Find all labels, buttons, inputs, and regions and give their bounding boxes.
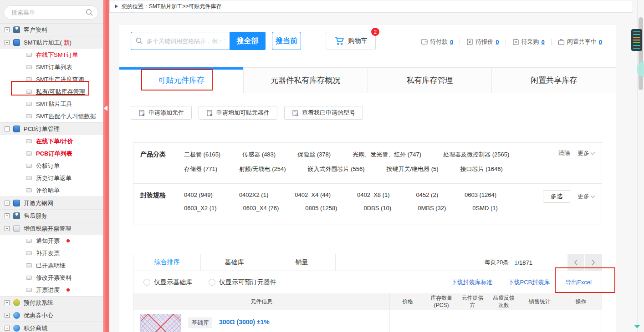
- package-link[interactable]: 0402X2 (1): [239, 191, 268, 198]
- pending-payment-link[interactable]: 待付款 0: [421, 38, 453, 46]
- category-link[interactable]: 接口芯片 (1646): [460, 165, 503, 173]
- clear-filter-button[interactable]: 清除: [558, 149, 570, 157]
- package-link[interactable]: 0603 (1264): [465, 191, 496, 198]
- sidebar-item-private-stock-mgmt[interactable]: 私有/可贴库存管理: [0, 86, 103, 98]
- pcb-submenu: 在线下单/计价 PCB订单列表 公板订单 历史订单返单 评价晒单: [0, 135, 103, 196]
- sidebar-item-notify-invoice[interactable]: 通知开票: [0, 235, 103, 247]
- category-link[interactable]: 按键开关/继电器 (5): [387, 165, 439, 173]
- scrollbar-thumb[interactable]: [639, 17, 643, 90]
- export-excel-link[interactable]: 导出Excel: [565, 278, 592, 287]
- apply-add-component-button[interactable]: 申请添加元件: [131, 106, 192, 120]
- search-input-group[interactable]: [131, 32, 230, 50]
- sidebar-item-invoice-progress[interactable]: 开票进度: [0, 284, 103, 296]
- expand-plus-icon[interactable]: [5, 313, 10, 318]
- download-package-standard-link[interactable]: 下载封装库标准: [451, 278, 492, 287]
- sidebar-group-invoice[interactable]: 增值税票开票管理: [0, 222, 103, 235]
- sidebar-item-public-board-orders[interactable]: 公板订单: [0, 160, 103, 172]
- browser-extension-widget[interactable]: [631, 29, 642, 51]
- cart-button[interactable]: 购物车 2: [326, 32, 376, 50]
- apply-add-mountable-button[interactable]: 申请增加可贴元器件: [199, 106, 277, 120]
- multi-select-button[interactable]: 多选: [543, 190, 570, 203]
- more-packages-button[interactable]: 更多: [578, 192, 594, 201]
- sidebar-item-review-share[interactable]: 评价晒单: [0, 184, 103, 196]
- status-links: 待付款 0 待报价 0 待采购 0: [421, 38, 602, 46]
- category-link[interactable]: 传感器 (483): [242, 151, 276, 159]
- package-link[interactable]: 0402 (949): [184, 191, 213, 198]
- sidebar-item-smt-progress[interactable]: SMT生产进度查询: [0, 73, 103, 86]
- sidebar-group-coupon-center[interactable]: 优惠券中心: [0, 309, 103, 322]
- radio-icon[interactable]: [209, 279, 215, 286]
- breadcrumb-arrow-icon: [115, 5, 118, 8]
- component-title-link[interactable]: 300Ω (3000) ±1%: [219, 318, 270, 326]
- package-link[interactable]: 0SMD (1): [472, 205, 498, 211]
- prev-page-button[interactable]: [567, 254, 584, 271]
- next-page-button[interactable]: [585, 254, 602, 271]
- view-applied-models-button[interactable]: 查看我已申请的型号: [284, 106, 363, 120]
- more-categories-button[interactable]: 更多: [578, 149, 594, 157]
- scroll-down-icon[interactable]: [634, 325, 640, 328]
- package-link[interactable]: 0452 (2): [416, 191, 438, 198]
- category-link[interactable]: 光耦、发光管、红外 (747): [353, 151, 421, 159]
- expand-plus-icon[interactable]: [5, 300, 10, 305]
- inventory-tabs: 可贴元件库存 元器件私有库存概况 私有库存管理 闲置共享库存: [119, 67, 616, 93]
- expand-plus-icon[interactable]: [5, 213, 10, 218]
- sidebar-search[interactable]: [4, 5, 98, 20]
- component-search-input[interactable]: [146, 37, 226, 45]
- sort-tab-comprehensive[interactable]: 综合排序: [133, 254, 201, 271]
- package-link[interactable]: 0402_X4 (44): [295, 191, 331, 198]
- expand-plus-icon[interactable]: [5, 27, 10, 32]
- category-link[interactable]: 存储器 (771): [184, 165, 217, 173]
- collapse-minus-icon[interactable]: [5, 40, 10, 45]
- tab-idle-shared-inventory[interactable]: 闲置共享库存: [492, 68, 616, 93]
- sidebar-collapse-strip[interactable]: [103, 0, 109, 332]
- sidebar-group-points-mall[interactable]: 积分商城: [0, 322, 103, 332]
- search-all-button[interactable]: 搜全部: [230, 32, 266, 50]
- search-icon: [86, 9, 93, 16]
- tab-private-inventory-mgmt[interactable]: 私有库存管理: [368, 68, 492, 93]
- sidebar-group-aftersale[interactable]: 售后服务: [0, 209, 103, 222]
- sort-tab-sales[interactable]: 销量: [268, 254, 336, 271]
- category-link[interactable]: 射频/无线电 (254): [239, 165, 286, 173]
- sidebar-item-smt-order-list[interactable]: SMT订单列表: [0, 61, 103, 73]
- sidebar-group-pcb[interactable]: PCB订单管理: [0, 122, 103, 135]
- sidebar-item-smt-habit-data[interactable]: SMT匹配个人习惯数据: [0, 110, 103, 122]
- pending-purchase-link[interactable]: 待采购 0: [512, 38, 545, 46]
- expand-plus-icon[interactable]: [5, 201, 10, 206]
- idle-sharing-link[interactable]: 闲置共享中 0: [558, 38, 602, 46]
- category-link[interactable]: 嵌入式外围芯片 (556): [308, 165, 365, 173]
- expand-plus-icon[interactable]: [5, 326, 10, 331]
- download-pcb-package-link[interactable]: 下载PCB封装库: [508, 278, 550, 287]
- tab-private-inventory-overview[interactable]: 元器件私有库存概况: [244, 68, 368, 93]
- radio-icon[interactable]: [143, 279, 150, 286]
- sidebar-item-supplement-invoice[interactable]: 补开发票: [0, 247, 103, 259]
- sidebar-item-pcb-order-create[interactable]: 在线下单/计价: [0, 135, 103, 147]
- sidebar-group-smt[interactable]: SMT贴片加工( 新): [0, 36, 103, 49]
- sidebar-group-prepayment[interactable]: 预付款系统: [0, 296, 103, 309]
- pending-quote-link[interactable]: 待报价 0: [466, 38, 499, 46]
- search-current-button[interactable]: 搜当前: [272, 32, 301, 50]
- package-link[interactable]: 0603_X4 (76): [243, 205, 279, 211]
- package-link[interactable]: 0DBS (10): [363, 205, 391, 211]
- sidebar-item-smt-tools[interactable]: SMT贴片工具: [0, 98, 103, 110]
- package-link[interactable]: 0MBS (32): [418, 205, 446, 211]
- category-link[interactable]: 处理器及微控制器 (2565): [443, 151, 509, 159]
- package-link[interactable]: 0402_X8 (1): [357, 191, 390, 198]
- radio-orderable-only[interactable]: 仅显示可预订元器件: [209, 278, 276, 287]
- package-link[interactable]: 0805 (1258): [305, 205, 337, 211]
- sidebar-item-history-reorder[interactable]: 历史订单返单: [0, 172, 103, 184]
- collapse-minus-icon[interactable]: [5, 126, 10, 131]
- category-link[interactable]: 保险丝 (378): [297, 151, 331, 159]
- tab-mountable-inventory[interactable]: 可贴元件库存: [119, 68, 244, 93]
- radio-base-library-only[interactable]: 仅显示基础库: [143, 278, 192, 287]
- sidebar-item-smt-order-create[interactable]: 在线下SMT订单: [0, 49, 103, 61]
- package-link[interactable]: 0603_X2 (1): [184, 205, 217, 211]
- collapse-minus-icon[interactable]: [5, 226, 10, 231]
- sidebar-search-input[interactable]: [10, 9, 86, 16]
- sidebar-group-customer-info[interactable]: 客户资料: [0, 23, 103, 36]
- sort-tab-base-library[interactable]: 基础库: [201, 254, 268, 271]
- sidebar-group-laser-stencil[interactable]: 开激光钢网: [0, 196, 103, 209]
- sidebar-item-edit-invoice-info[interactable]: 修改开票资料: [0, 272, 103, 284]
- category-link[interactable]: 二极管 (6165): [184, 151, 220, 159]
- sidebar-item-pcb-order-list[interactable]: PCB订单列表: [0, 147, 103, 160]
- sidebar-item-invoiced-detail[interactable]: 已开票明细: [0, 259, 103, 272]
